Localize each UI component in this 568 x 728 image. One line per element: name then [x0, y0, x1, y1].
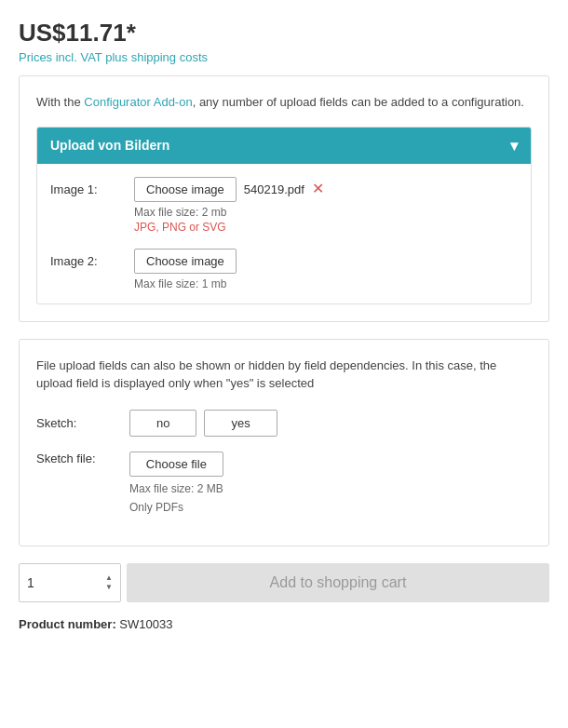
price-value: US$11.71*	[19, 19, 549, 47]
image1-label: Image 1:	[50, 177, 134, 196]
image1-max-size: Max file size: 2 mb	[134, 206, 518, 219]
upload-panel: Upload von Bildern ▾ Image 1: Choose ima…	[36, 127, 532, 304]
price-section: US$11.71* Prices incl. VAT plus shipping…	[19, 19, 549, 64]
image1-row: Image 1: Choose image 540219.pdf ✕ Max f…	[50, 177, 518, 234]
quantity-wrapper[interactable]: 1 ▲ ▼	[19, 563, 121, 602]
sketch-yes-button[interactable]: yes	[204, 410, 277, 437]
dependency-info: File upload fields can also be shown or …	[36, 357, 532, 393]
sketch-radio-group: no yes	[129, 410, 277, 437]
chevron-down-icon: ▾	[510, 137, 518, 155]
choose-file-button[interactable]: Choose file	[129, 452, 223, 477]
sketch-row: Sketch: no yes	[36, 410, 532, 437]
add-to-cart-button[interactable]: Add to shopping cart	[127, 563, 549, 602]
qty-up-icon[interactable]: ▲	[105, 573, 113, 583]
product-number-value: SW10033	[119, 617, 172, 631]
remove-image1-button[interactable]: ✕	[312, 182, 324, 196]
main-card: With the Configurator Add-on, any number…	[19, 75, 549, 322]
intro-after: , any number of upload fields can be add…	[193, 95, 524, 109]
dependency-card: File upload fields can also be shown or …	[19, 339, 549, 546]
upload-panel-body: Image 1: Choose image 540219.pdf ✕ Max f…	[37, 164, 531, 303]
image1-file-row: Choose image 540219.pdf ✕	[134, 177, 518, 202]
sketch-file-controls: Choose file Max file size: 2 MB Only PDF…	[129, 452, 223, 514]
product-number: Product number: SW10033	[19, 617, 549, 631]
sketch-label: Sketch:	[36, 416, 129, 430]
configurator-link[interactable]: Configurator Add-on	[84, 95, 192, 109]
quantity-stepper[interactable]: ▲ ▼	[105, 573, 113, 591]
product-number-label: Product number:	[19, 617, 116, 631]
qty-down-icon[interactable]: ▼	[105, 583, 113, 592]
intro-text: With the Configurator Add-on, any number…	[36, 93, 532, 112]
choose-image1-button[interactable]: Choose image	[134, 177, 237, 202]
sketch-no-button[interactable]: no	[129, 410, 196, 437]
sketch-file-types: Only PDFs	[129, 501, 223, 514]
image2-max-size: Max file size: 1 mb	[134, 277, 518, 290]
upload-panel-header[interactable]: Upload von Bildern ▾	[37, 128, 531, 164]
image2-label: Image 2:	[50, 249, 134, 268]
image2-file-row: Choose image	[134, 249, 518, 274]
quantity-value: 1	[27, 575, 100, 590]
image2-controls: Choose image Max file size: 1 mb	[134, 249, 518, 290]
image1-file-types: JPG, PNG or SVG	[134, 221, 518, 234]
image2-row: Image 2: Choose image Max file size: 1 m…	[50, 249, 518, 290]
image1-controls: Choose image 540219.pdf ✕ Max file size:…	[134, 177, 518, 234]
image1-filename: 540219.pdf	[244, 182, 304, 196]
sketch-file-label: Sketch file:	[36, 452, 129, 465]
upload-panel-title: Upload von Bildern	[50, 138, 169, 153]
intro-before: With the	[36, 95, 84, 109]
bottom-section: 1 ▲ ▼ Add to shopping cart Product numbe…	[19, 563, 549, 631]
sketch-file-max-size: Max file size: 2 MB	[129, 482, 223, 495]
choose-image2-button[interactable]: Choose image	[134, 249, 237, 274]
sketch-file-row: Sketch file: Choose file Max file size: …	[36, 452, 532, 514]
cart-row: 1 ▲ ▼ Add to shopping cart	[19, 563, 549, 602]
vat-info: Prices incl. VAT plus shipping costs	[19, 50, 549, 64]
